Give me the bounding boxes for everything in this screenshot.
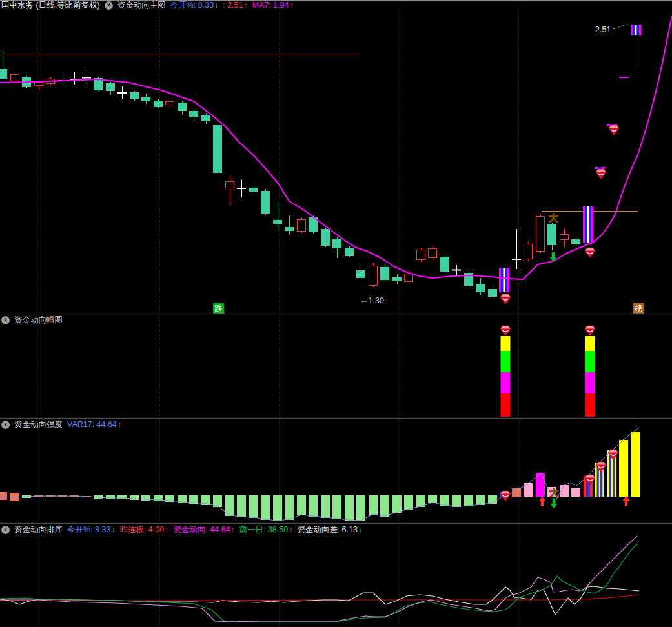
flow-bar-segment	[501, 393, 511, 417]
diamond-icon	[596, 172, 606, 179]
label-pointer	[613, 24, 628, 29]
candle-body	[130, 92, 139, 99]
strength-bar	[392, 495, 402, 513]
flow-bar-segment	[501, 351, 511, 372]
strength-bar	[595, 463, 597, 497]
limit-up-candle	[589, 206, 591, 243]
diamond-icon	[500, 297, 511, 304]
strength-bar	[524, 483, 533, 497]
up-arrow-icon: ↑	[289, 524, 292, 535]
limit-up-candle	[591, 206, 593, 243]
flow-bar-segment	[501, 372, 511, 393]
diamond-icon	[500, 294, 511, 297]
stat-open-pct: 今开%: 8.33 ↓	[170, 0, 218, 10]
gold-figure-icon: 大	[549, 212, 559, 223]
candle-body	[189, 111, 198, 117]
green-line	[0, 544, 638, 622]
strength-bar	[356, 495, 365, 521]
candle-body	[166, 102, 174, 105]
collapse-icon[interactable]: ∨	[105, 1, 113, 10]
diamond-icon	[596, 169, 606, 172]
limit-dash	[598, 167, 601, 169]
strength-bar	[404, 495, 413, 510]
candle-body	[417, 250, 425, 260]
strength-bar	[297, 495, 306, 515]
up-arrow-icon: ↑	[243, 0, 247, 10]
strength-bar	[130, 495, 139, 500]
diamond-icon	[500, 326, 511, 329]
collapse-icon[interactable]: ∨	[1, 526, 10, 534]
flow-bar-segment	[585, 372, 595, 393]
candle-body	[345, 248, 354, 256]
strength-bar	[607, 450, 609, 497]
panel3-header: ∨ 资金动向强度 VAR17: 44.64 ↑	[1, 419, 121, 430]
diamond-icon	[608, 450, 618, 453]
collapse-icon[interactable]: ∨	[1, 316, 10, 324]
stat-ma7: MA7: 1.94 ↑	[252, 0, 293, 10]
limit-up-candle	[501, 268, 503, 292]
candle-body	[298, 220, 306, 232]
candle-body	[11, 75, 19, 81]
price-label: ←1.30	[360, 296, 384, 305]
limit-up-candle	[633, 25, 635, 35]
diamond-icon	[585, 329, 595, 336]
diamond-icon	[585, 248, 595, 251]
diamond-icon	[500, 491, 511, 494]
down-arrow-icon: ↓	[214, 0, 218, 10]
app-window: 大2.51←1.30跌榜大 国中水务 (日线.等比前复权) ∨ 资金动向主图 今…	[0, 0, 672, 627]
strength-bar	[332, 495, 341, 519]
limit-up-candle	[507, 268, 509, 292]
stat-fund-flow: 资金动向: 44.64 ↑	[173, 524, 234, 535]
up-arrow-icon	[623, 496, 630, 506]
candle-body	[226, 182, 234, 188]
panel4-header: ∨ 资金动向排序 今开%: 8.33 ↓ 昨连板: 4.00 ↑ 资金动向: 4…	[1, 524, 362, 535]
candle-body	[429, 249, 437, 258]
candle-body	[285, 227, 294, 231]
flow-bar-segment	[585, 393, 595, 417]
strength-bar	[609, 450, 611, 497]
up-arrow-icon: ↑	[117, 419, 121, 430]
candle-body	[571, 239, 580, 244]
collapse-icon[interactable]: ∨	[1, 421, 10, 429]
candle-body	[35, 83, 43, 86]
strength-bar	[619, 440, 628, 497]
candle-body	[201, 115, 210, 121]
limit-dash	[602, 167, 605, 169]
strength-bar	[380, 495, 389, 517]
strength-bar	[369, 495, 378, 515]
strength-bar	[285, 495, 294, 520]
candle-body	[380, 267, 389, 280]
up-arrow-icon	[539, 497, 546, 506]
strength-bar	[536, 473, 545, 497]
strength-bar	[464, 495, 473, 506]
candle-body	[356, 270, 365, 278]
stat-fund-flow-diff: 资金动向差: 6.13 ↓	[297, 524, 362, 535]
limit-up-candle	[631, 25, 633, 35]
strength-bar	[249, 495, 258, 518]
strength-bar	[117, 495, 127, 499]
diamond-icon	[585, 251, 595, 258]
strength-bar	[452, 495, 461, 507]
main-chart-header: 国中水务 (日线.等比前复权) ∨ 资金动向主图 今开%: 8.33 ↓ : 2…	[1, 0, 293, 10]
candle-body	[547, 224, 556, 245]
candle-body	[178, 103, 187, 111]
candle-body	[273, 220, 282, 224]
strength-bar	[345, 495, 354, 521]
strength-bar	[141, 495, 150, 501]
stat-var17: VAR17: 44.64 ↑	[67, 419, 121, 430]
diamond-icon	[500, 494, 511, 501]
doji-candle	[237, 188, 246, 189]
candle-body	[405, 274, 413, 282]
diamond-icon	[596, 462, 606, 465]
limit-dash	[619, 77, 628, 78]
gold-figure-icon: 大	[549, 487, 560, 498]
candle-body	[213, 125, 222, 173]
panel2-header: ∨ 资金动向幅图	[1, 315, 63, 325]
candle-body	[440, 257, 449, 272]
candle-body	[332, 239, 341, 248]
candle-body	[321, 229, 330, 246]
candle-body	[488, 289, 497, 297]
strength-bar	[261, 495, 270, 520]
panel4-title: 资金动向排序	[14, 524, 63, 535]
candle-body	[464, 273, 473, 286]
